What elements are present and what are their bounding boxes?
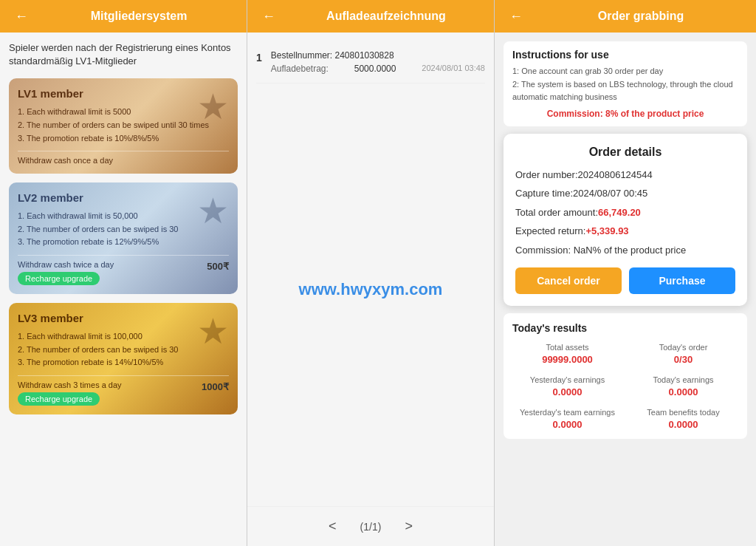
lv2-recharge-button[interactable]: Recharge upgrade bbox=[18, 272, 100, 285]
purchase-button[interactable]: Purchase bbox=[629, 267, 735, 294]
result-total-assets: Total assets 99999.0000 bbox=[512, 343, 622, 365]
result-total-assets-value: 99999.0000 bbox=[512, 354, 622, 365]
result-team-benefits-label: Team benefits today bbox=[628, 408, 738, 417]
instructions-commission: Commission: 8% of the product price bbox=[512, 109, 738, 119]
instructions-title: Instructions for use bbox=[512, 49, 738, 61]
result-yesterday-team-label: Yesterday's team earnings bbox=[512, 408, 622, 417]
capture-time-row: Capture time:2024/08/07 00:45 bbox=[515, 186, 735, 201]
result-total-assets-label: Total assets bbox=[512, 343, 622, 352]
panel3-content: Instructions for use 1: One account can … bbox=[495, 33, 756, 546]
results-title: Today's results bbox=[512, 322, 738, 334]
panel2-wrapper: 1 Bestellnummer: 240801030828 Aufladebet… bbox=[247, 33, 494, 546]
lv3-recharge-button[interactable]: Recharge upgrade bbox=[18, 392, 100, 406]
order-details-title: Order details bbox=[515, 146, 735, 159]
order-number-row: Order number:20240806124544 bbox=[515, 168, 735, 182]
result-team-benefits: Team benefits today 0.0000 bbox=[628, 408, 738, 430]
result-todays-order: Today's order 0/30 bbox=[628, 343, 738, 365]
expected-return-row: Expected return:+5,339.93 bbox=[515, 224, 735, 239]
lv3-star-icon: ★ bbox=[197, 310, 229, 352]
order-action-buttons: Cancel order Purchase bbox=[515, 267, 735, 294]
todays-results-section: Today's results Total assets 99999.0000 … bbox=[504, 313, 747, 439]
record-amount-label: Aufladebetrag: bbox=[271, 64, 329, 74]
instructions-line-1: 1: One account can grab 30 order per day bbox=[512, 65, 738, 78]
lv2-rule-3: 3. The promotion rebate is 12%/9%/5% bbox=[18, 236, 229, 249]
panel1-title: Mitgliedersystem bbox=[40, 10, 238, 23]
panel2-header: ← Aufladeaufzeichnung bbox=[247, 0, 494, 33]
panel1-header: ← Mitgliedersystem bbox=[0, 0, 247, 33]
result-todays-order-value: 0/30 bbox=[628, 354, 738, 365]
lv3-member-card: LV3 member ★ 1. Each withdrawal limit is… bbox=[9, 303, 238, 414]
pagination-prev-button[interactable]: < bbox=[320, 516, 346, 537]
order-number-value: 20240806124544 bbox=[578, 169, 653, 180]
panel2-content: 1 Bestellnummer: 240801030828 Aufladebet… bbox=[247, 33, 494, 506]
panel2-title: Aufladeaufzeichnung bbox=[287, 10, 485, 23]
result-yesterday-earnings-value: 0.0000 bbox=[512, 386, 622, 397]
lv2-member-card: LV2 member ★ 1. Each withdrawal limit is… bbox=[9, 182, 238, 294]
panel1-content: Spieler werden nach der Registrierung ei… bbox=[0, 33, 247, 546]
result-today-earnings: Today's earnings 0.0000 bbox=[628, 375, 738, 397]
result-todays-order-label: Today's order bbox=[628, 343, 738, 352]
panel-mitgliedersystem: ← Mitgliedersystem Spieler werden nach d… bbox=[0, 0, 247, 546]
lv2-amount: 500₹ bbox=[207, 261, 229, 272]
lv2-star-icon: ★ bbox=[197, 190, 229, 231]
lv1-rule-3: 3. The promotion rebate is 10%/8%/5% bbox=[18, 132, 229, 146]
return-value: +5,339.93 bbox=[585, 225, 628, 236]
record-order-row: Bestellnummer: 240801030828 bbox=[271, 50, 485, 61]
return-label: Expected return: bbox=[515, 225, 585, 236]
total-amount-row: Total order amount:66,749.20 bbox=[515, 205, 735, 220]
capture-time-label: Capture time: bbox=[515, 188, 573, 199]
result-yesterday-team-value: 0.0000 bbox=[512, 419, 622, 430]
result-team-benefits-value: 0.0000 bbox=[628, 419, 738, 430]
total-value: 66,749.20 bbox=[598, 207, 641, 218]
panel3-title: Order grabbing bbox=[535, 10, 747, 23]
pagination-next-button[interactable]: > bbox=[396, 516, 422, 537]
lv2-footer: Withdraw cash twice a day Recharge upgra… bbox=[18, 255, 229, 285]
cancel-order-button[interactable]: Cancel order bbox=[515, 267, 622, 294]
panel-aufladeaufzeichnung: ← Aufladeaufzeichnung 1 Bestellnummer: 2… bbox=[247, 0, 495, 546]
commission-value: Commission: NaN% of the product price bbox=[515, 245, 686, 256]
result-yesterday-team: Yesterday's team earnings 0.0000 bbox=[512, 408, 622, 430]
lv3-footer: Withdraw cash 3 times a day Recharge upg… bbox=[18, 375, 229, 406]
record-number: 1 bbox=[256, 52, 262, 64]
panel1-intro-text: Spieler werden nach der Registrierung ei… bbox=[9, 41, 238, 68]
record-order-value: 240801030828 bbox=[335, 50, 394, 61]
total-label: Total order amount: bbox=[515, 207, 598, 218]
result-today-earnings-value: 0.0000 bbox=[628, 386, 738, 397]
pagination-info: (1/1) bbox=[360, 521, 382, 533]
panel-order-grabbing: ← Order grabbing Instructions for use 1:… bbox=[495, 0, 756, 546]
record-detail: Bestellnummer: 240801030828 Aufladebetra… bbox=[271, 50, 485, 74]
record-date: 2024/08/01 03:48 bbox=[422, 64, 485, 74]
panel2-back-button[interactable]: ← bbox=[256, 6, 281, 27]
lv3-amount: 1000₹ bbox=[202, 381, 229, 392]
record-amount-row: Aufladebetrag: 5000.0000 2024/08/01 03:4… bbox=[271, 64, 485, 74]
panel3-header: ← Order grabbing bbox=[495, 0, 756, 33]
lv3-rule-3: 3. The promotion rebate is 14%/10%/5% bbox=[18, 356, 229, 369]
lv1-footer: Withdraw cash once a day bbox=[18, 151, 229, 165]
result-yesterday-earnings-label: Yesterday's earnings bbox=[512, 375, 622, 384]
panel3-back-button[interactable]: ← bbox=[504, 6, 529, 27]
instructions-line-2: 2: The system is based on LBS technology… bbox=[512, 78, 738, 104]
record-amount-value: 5000.0000 bbox=[354, 64, 396, 74]
pagination: < (1/1) > bbox=[247, 506, 494, 546]
result-yesterday-earnings: Yesterday's earnings 0.0000 bbox=[512, 375, 622, 397]
record-item: 1 Bestellnummer: 240801030828 Aufladebet… bbox=[256, 41, 485, 83]
order-details-modal: Order details Order number:2024080612454… bbox=[504, 134, 747, 307]
capture-time-value: 2024/08/07 00:45 bbox=[573, 188, 647, 199]
record-order-label: Bestellnummer: bbox=[271, 50, 332, 61]
results-grid: Total assets 99999.0000 Today's order 0/… bbox=[512, 343, 738, 430]
instructions-section: Instructions for use 1: One account can … bbox=[504, 41, 747, 126]
lv1-star-icon: ★ bbox=[197, 86, 229, 127]
result-today-earnings-label: Today's earnings bbox=[628, 375, 738, 384]
commission-row: Commission: NaN% of the product price bbox=[515, 243, 735, 258]
lv1-member-card: LV1 member ★ 1. Each withdrawal limit is… bbox=[9, 78, 238, 174]
order-number-label: Order number: bbox=[515, 169, 578, 180]
panel1-back-button[interactable]: ← bbox=[9, 6, 34, 27]
